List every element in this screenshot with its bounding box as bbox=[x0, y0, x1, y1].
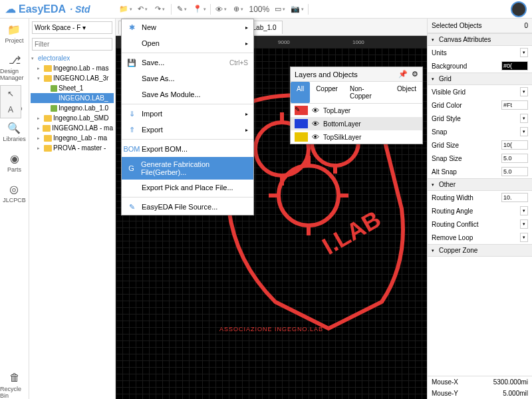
section-canvas-attributes[interactable]: Canvas Attributes bbox=[428, 33, 532, 46]
tree-folder[interactable]: ▾INGEGNO.LAB_3r bbox=[31, 73, 114, 83]
layer-row-top[interactable]: ✎👁TopLayer bbox=[291, 104, 422, 117]
mouse-x-label: Mouse-X bbox=[432, 378, 491, 386]
tree-folder[interactable]: ▸INGEGNO.LAB - ma bbox=[31, 123, 114, 133]
search-icon: 🔍 bbox=[7, 121, 21, 134]
sidebar-project[interactable]: 📁Project bbox=[5, 23, 23, 44]
menu-item-save-as-[interactable]: Save As... bbox=[122, 70, 253, 86]
menu-item-save-as-module-[interactable]: Save As Module... bbox=[122, 86, 253, 102]
camera-button[interactable]: 📷 bbox=[289, 2, 306, 17]
left-sidebar: 📁Project ⎇Design Manager ▢EELib 🔍Librari… bbox=[0, 19, 29, 399]
menu-item-save-[interactable]: 💾Save...Ctrl+S bbox=[122, 55, 253, 70]
tool-cursor[interactable]: ↖ bbox=[1, 86, 21, 102]
section-grid[interactable]: Grid bbox=[428, 72, 532, 85]
layer-row-silk[interactable]: 👁TopSilkLayer bbox=[291, 130, 422, 144]
undo-button[interactable]: ↶ bbox=[134, 2, 152, 17]
menu-item-new[interactable]: ✱New▸ bbox=[122, 19, 253, 35]
jlc-icon: ◎ bbox=[7, 182, 21, 196]
menu-icon: ⇓ bbox=[127, 109, 136, 118]
grid-color-label: Grid Color bbox=[432, 102, 499, 109]
sidebar-parts[interactable]: ◉Parts bbox=[7, 152, 22, 173]
zoom-level[interactable]: 100% bbox=[249, 5, 270, 14]
layers-tab-all[interactable]: All bbox=[291, 82, 310, 103]
gear-icon[interactable]: ⚙ bbox=[412, 70, 418, 78]
tool-text[interactable]: A bbox=[1, 102, 21, 118]
grid-color-value[interactable]: #Ft bbox=[501, 100, 528, 110]
eye-icon[interactable]: 👁 bbox=[312, 133, 319, 141]
filter-input[interactable] bbox=[32, 38, 112, 51]
snap-label: Snap bbox=[432, 128, 517, 136]
user-avatar[interactable] bbox=[511, 1, 527, 17]
remove-loop-label: Remove Loop bbox=[432, 234, 517, 241]
grid-style-dropdown[interactable]: ▾ bbox=[520, 114, 528, 123]
frame-button[interactable]: ▭ bbox=[271, 2, 289, 17]
svg-text:I.LAB: I.LAB bbox=[318, 205, 386, 260]
menu-item-import[interactable]: ⇓Import▸ bbox=[122, 106, 253, 122]
tree-sheet[interactable]: Sheet_1 bbox=[31, 83, 114, 93]
pin-icon[interactable]: 📌 bbox=[398, 70, 408, 78]
layer-row-bottom[interactable]: 👁BottomLayer bbox=[291, 117, 422, 130]
eye-icon[interactable]: 👁 bbox=[312, 106, 319, 114]
top-toolbar: ☁ EasyEDA · Std 📁 ↶ ↷ ✎ 📍 👁 ⊕ 100% ▭ 📷 bbox=[0, 0, 532, 19]
routing-conflict-dropdown[interactable]: ▾ bbox=[520, 219, 528, 229]
eye-icon[interactable]: 👁 bbox=[312, 120, 319, 128]
redo-button[interactable]: ↷ bbox=[152, 2, 169, 17]
section-other[interactable]: Other bbox=[428, 178, 532, 191]
routing-width-value[interactable]: 10. bbox=[501, 193, 528, 202]
tree-folder[interactable]: ▸PROVA - master - bbox=[31, 143, 114, 153]
menu-icon: ✱ bbox=[127, 23, 136, 32]
menu-icon: G bbox=[127, 164, 136, 173]
remove-loop-dropdown[interactable]: ▾ bbox=[520, 233, 528, 242]
menu-icon bbox=[127, 39, 136, 48]
tree-root[interactable]: ▾electoralex bbox=[31, 53, 114, 63]
layers-panel-title[interactable]: Layers and Objects 📌 ⚙ bbox=[291, 67, 422, 82]
tree-folder[interactable]: ▸Ingegno.Lab - mas bbox=[31, 63, 114, 73]
zoom-in-button[interactable]: ⊕ bbox=[230, 2, 247, 17]
layers-panel: Layers and Objects 📌 ⚙ All Copper Non-Co… bbox=[290, 66, 423, 144]
app-name: EasyEDA bbox=[19, 3, 66, 15]
alt-snap-value[interactable]: 5.0 bbox=[501, 167, 528, 176]
view-menu-button[interactable]: 👁 bbox=[213, 2, 230, 17]
layers-tab-object[interactable]: Object bbox=[391, 82, 422, 103]
menu-item-export-pick-and-place-file-[interactable]: Export Pick and Place File... bbox=[122, 180, 253, 196]
routing-angle-label: Routing Angle bbox=[432, 207, 517, 215]
background-label: Background bbox=[432, 63, 499, 70]
grid-size-label: Grid Size bbox=[432, 142, 499, 149]
snap-size-value[interactable]: 5.0 bbox=[501, 154, 528, 163]
place-menu-button[interactable]: 📍 bbox=[191, 2, 208, 17]
units-label: Units bbox=[432, 49, 517, 57]
visible-grid-dropdown[interactable]: ▾ bbox=[520, 87, 528, 96]
folder-icon: 📁 bbox=[7, 23, 21, 36]
tree-pcb-selected[interactable]: INGEGNO.LAB_ bbox=[31, 93, 114, 103]
snap-dropdown[interactable]: ▾ bbox=[520, 127, 528, 136]
tree-sheet[interactable]: Ingegno.Lab_1.0 bbox=[31, 103, 114, 113]
menu-item-easyeda-file-source-[interactable]: ✎EasyEDA File Source... bbox=[122, 199, 253, 215]
menu-item-generate-fabrication-file-gerber-[interactable]: GGenerate Fabrication File(Gerber)... bbox=[122, 157, 253, 180]
background-value[interactable]: #0( bbox=[501, 61, 528, 70]
floating-toolbar: ↖ A bbox=[0, 85, 21, 118]
visible-grid-label: Visible Grid bbox=[432, 88, 517, 96]
grid-size-value[interactable]: 10( bbox=[501, 140, 528, 150]
project-panel: Work Space - F ▾ ▾electoralex ▸Ingegno.L… bbox=[29, 19, 116, 399]
edit-menu-button[interactable]: ✎ bbox=[174, 2, 191, 17]
menu-icon: ✎ bbox=[127, 202, 136, 211]
section-copper-zone[interactable]: Copper Zone bbox=[428, 244, 532, 257]
layers-tab-copper[interactable]: Copper bbox=[310, 82, 344, 103]
snap-size-label: Snap Size bbox=[432, 155, 499, 162]
sidebar-design-manager[interactable]: ⎇Design Manager bbox=[0, 53, 29, 81]
layers-tab-noncopper[interactable]: Non-Copper bbox=[344, 82, 391, 103]
file-dropdown-menu: ✱New▸Open▸💾Save...Ctrl+SSave As...Save A… bbox=[121, 19, 254, 215]
routing-angle-dropdown[interactable]: ▾ bbox=[520, 206, 528, 215]
sidebar-jlcpcb[interactable]: ◎JLCPCB bbox=[3, 182, 26, 203]
alt-snap-label: Alt Snap bbox=[432, 168, 499, 176]
menu-item-open[interactable]: Open▸ bbox=[122, 35, 253, 51]
tree-folder[interactable]: ▸Ingegno.Lab_SMD bbox=[31, 113, 114, 123]
units-dropdown[interactable]: ▾ bbox=[520, 48, 528, 57]
workspace-selector[interactable]: Work Space - F ▾ bbox=[32, 21, 112, 34]
sidebar-recycle-bin[interactable]: 🗑Recycle Bin bbox=[0, 371, 29, 399]
sidebar-libraries[interactable]: 🔍Libraries bbox=[3, 121, 26, 142]
tree-folder[interactable]: ▸Ingegno_Lab - ma bbox=[31, 133, 114, 143]
menu-item-export-bom-[interactable]: BOMExport BOM... bbox=[122, 141, 253, 157]
grid-style-label: Grid Style bbox=[432, 115, 517, 122]
file-menu-button[interactable]: 📁 bbox=[117, 2, 134, 17]
menu-item-export[interactable]: ⇑Export▸ bbox=[122, 122, 253, 138]
